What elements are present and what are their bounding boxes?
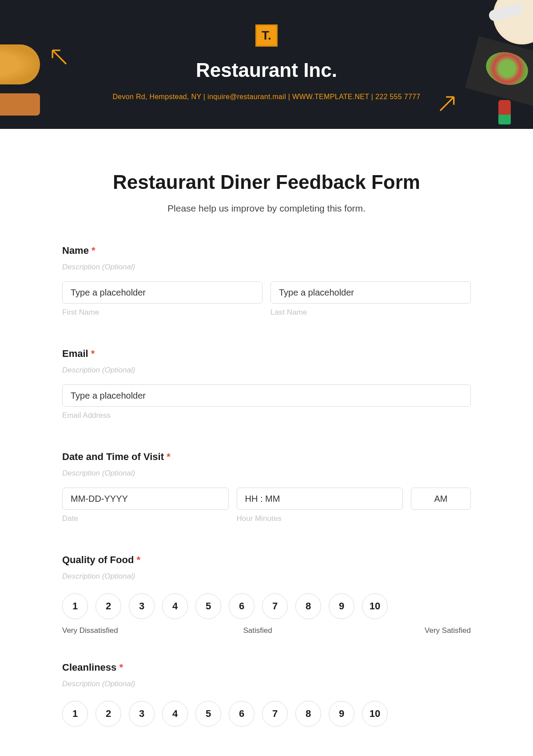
- name-field-group: Name * Description (Optional) First Name…: [62, 245, 471, 317]
- form-subtitle: Please help us improve by completing thi…: [62, 203, 471, 214]
- email-label: Email *: [62, 348, 471, 360]
- quality-rating-6[interactable]: 6: [229, 593, 255, 619]
- email-sublabel: Email Address: [62, 411, 471, 420]
- name-desc: Description (Optional): [62, 263, 471, 272]
- date-input[interactable]: [62, 488, 229, 510]
- quality-rating-7[interactable]: 7: [262, 593, 288, 619]
- cleanliness-rating-3[interactable]: 3: [129, 701, 155, 727]
- fries-icon: [0, 93, 40, 116]
- email-input[interactable]: [62, 384, 471, 407]
- quality-rating-10[interactable]: 10: [362, 593, 388, 619]
- quality-scale-mid: Satisfied: [120, 626, 386, 635]
- quality-rating-5[interactable]: 5: [195, 593, 221, 619]
- salad-icon: [465, 36, 533, 106]
- header-banner: T. Restaurant Inc. Devon Rd, Hempstead, …: [0, 0, 533, 129]
- cleanliness-rating-4[interactable]: 4: [162, 701, 188, 727]
- quality-rating-4[interactable]: 4: [162, 593, 188, 619]
- name-label: Name *: [62, 245, 471, 256]
- email-field-group: Email * Description (Optional) Email Add…: [62, 348, 471, 420]
- arrow-left-icon: [47, 44, 71, 69]
- last-name-sublabel: Last Name: [270, 308, 471, 317]
- arrow-right-icon: [435, 91, 460, 116]
- cleanliness-field-group: Cleanliness * Description (Optional) 1 2…: [62, 662, 471, 727]
- quality-scale-right: Very Satisfied: [386, 626, 471, 635]
- cleanliness-desc: Description (Optional): [62, 680, 471, 688]
- datetime-desc: Description (Optional): [62, 469, 471, 478]
- datetime-label: Date and Time of Visit *: [62, 451, 471, 463]
- cleanliness-label: Cleanliness *: [62, 662, 471, 673]
- logo: T.: [255, 24, 278, 47]
- cleanliness-rating-5[interactable]: 5: [195, 701, 221, 727]
- quality-rating-3[interactable]: 3: [129, 593, 155, 619]
- form-title: Restaurant Diner Feedback Form: [62, 171, 471, 193]
- bottle-icon: [498, 100, 511, 124]
- quality-rating-8[interactable]: 8: [295, 593, 321, 619]
- form-content: Restaurant Diner Feedback Form Please he…: [62, 129, 471, 727]
- time-input[interactable]: [237, 488, 403, 510]
- cleanliness-rating-8[interactable]: 8: [295, 701, 321, 727]
- cleanliness-rating-6[interactable]: 6: [229, 701, 255, 727]
- cleanliness-rating-2[interactable]: 2: [95, 701, 121, 727]
- quality-rating-9[interactable]: 9: [329, 593, 354, 619]
- time-sublabel: Hour Minutes: [237, 514, 403, 523]
- ampm-select[interactable]: AM: [411, 488, 471, 510]
- email-desc: Description (Optional): [62, 366, 471, 375]
- cleanliness-rating-10[interactable]: 10: [362, 701, 388, 727]
- cleanliness-rating-1[interactable]: 1: [62, 701, 88, 727]
- cleanliness-rating-9[interactable]: 9: [329, 701, 354, 727]
- quality-desc: Description (Optional): [62, 572, 471, 581]
- quality-label: Quality of Food *: [62, 554, 471, 566]
- food-decor-right: [462, 0, 533, 129]
- food-decor-left: [0, 0, 53, 129]
- company-name: Restaurant Inc.: [0, 59, 533, 81]
- cleanliness-rating-7[interactable]: 7: [262, 701, 288, 727]
- datetime-field-group: Date and Time of Visit * Description (Op…: [62, 451, 471, 523]
- quality-scale-left: Very Dissatisfied: [62, 626, 120, 635]
- last-name-input[interactable]: [270, 281, 471, 304]
- first-name-sublabel: First Name: [62, 308, 263, 317]
- cleanliness-rating-row: 1 2 3 4 5 6 7 8 9 10: [62, 701, 471, 727]
- date-sublabel: Date: [62, 514, 229, 523]
- quality-rating-row: 1 2 3 4 5 6 7 8 9 10: [62, 593, 471, 619]
- quality-field-group: Quality of Food * Description (Optional)…: [62, 554, 471, 635]
- first-name-input[interactable]: [62, 281, 263, 304]
- quality-rating-1[interactable]: 1: [62, 593, 88, 619]
- quality-rating-2[interactable]: 2: [95, 593, 121, 619]
- taco-icon: [0, 44, 40, 84]
